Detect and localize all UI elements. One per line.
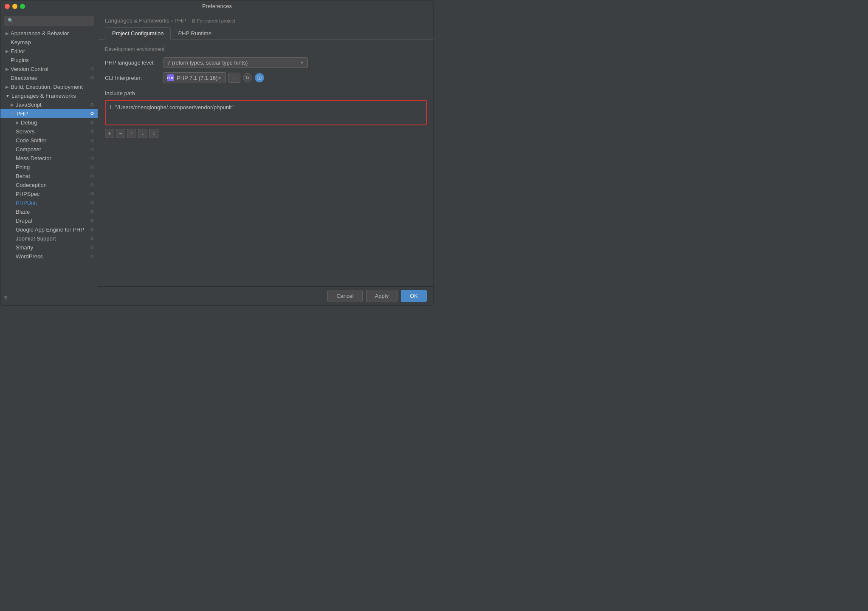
include-path-item: 1. "/Users/chenqionghe/.composer/vendor/… — [109, 104, 423, 110]
dev-environment-label: Development environment — [105, 46, 427, 52]
sidebar-item-label: Debug — [21, 119, 37, 126]
arrow-icon: ▶ — [6, 85, 9, 89]
sidebar-item-plugins[interactable]: Plugins — [0, 56, 98, 65]
help-button[interactable]: ? — [4, 295, 94, 302]
move-up-button[interactable]: ↑ — [127, 129, 136, 138]
sidebar-item-phing[interactable]: Phing ⚙ — [0, 163, 98, 172]
settings-icon: ⚙ — [90, 218, 94, 223]
sidebar-item-drupal[interactable]: Drupal ⚙ — [0, 216, 98, 225]
sidebar-item-javascript[interactable]: ▶ JavaScript ⚙ — [0, 100, 98, 109]
breadcrumb: Languages & Frameworks › PHP 🖥 For curre… — [98, 12, 434, 24]
ok-button[interactable]: OK — [401, 290, 427, 302]
sidebar-item-label: Behat — [16, 173, 30, 179]
sidebar-item-appearance-behavior[interactable]: ▶ Appearance & Behavior — [0, 29, 98, 38]
arrow-icon: ▶ — [6, 31, 9, 36]
maximize-button[interactable] — [20, 4, 25, 9]
settings-icon: ⚙ — [90, 182, 94, 188]
sidebar-item-code-sniffer[interactable]: Code Sniffer ⚙ — [0, 136, 98, 145]
footer: Cancel Apply OK — [98, 286, 434, 305]
project-icon: 🖥 — [191, 18, 196, 23]
settings-icon: ⚙ — [90, 102, 94, 107]
arrow-icon: ▼ — [11, 111, 15, 116]
sidebar-item-label: Codeception — [16, 182, 47, 188]
apply-button[interactable]: Apply — [366, 290, 398, 302]
sidebar-item-composer[interactable]: Composer ⚙ — [0, 145, 98, 154]
settings-icon: ⚙ — [90, 191, 94, 197]
settings-icon: ⚙ — [90, 173, 94, 179]
settings-icon: ⚙ — [90, 254, 94, 259]
include-path-box: 1. "/Users/chenqionghe/.composer/vendor/… — [105, 100, 427, 125]
sort-button[interactable]: ↕ — [149, 129, 158, 138]
sidebar-item-label: Directories — [11, 75, 37, 81]
sidebar-item-label: Keymap — [11, 39, 31, 45]
window-title: Preferences — [202, 3, 232, 9]
sidebar-item-label: Plugins — [11, 57, 29, 63]
search-box[interactable]: 🔍 — [4, 16, 94, 25]
sidebar-item-google-app-engine[interactable]: Google App Engine for PHP ⚙ — [0, 225, 98, 234]
sidebar-item-label: Smarty — [16, 244, 33, 251]
settings-icon: ⚙ — [90, 236, 94, 241]
sidebar-item-editor[interactable]: ▶ Editor — [0, 47, 98, 56]
settings-icon: ⚙ — [90, 164, 94, 170]
sidebar-item-phpunit[interactable]: PHPUnit ⚙ — [0, 198, 98, 207]
remove-path-button[interactable]: − — [116, 129, 125, 138]
sidebar-item-version-control[interactable]: ▶ Version Control ⚙ — [0, 65, 98, 74]
sidebar-item-mess-detector[interactable]: Mess Detector ⚙ — [0, 154, 98, 163]
sidebar-item-behat[interactable]: Behat ⚙ — [0, 172, 98, 181]
sidebar-item-label: Code Sniffer — [16, 137, 46, 144]
move-down-button[interactable]: ↓ — [138, 129, 147, 138]
cli-interpreter-select[interactable]: PHP PHP 7.1 (7.1.16) ▼ — [163, 72, 226, 83]
main-panel: Languages & Frameworks › PHP 🖥 For curre… — [98, 12, 434, 305]
for-current-project: 🖥 For current project — [191, 18, 235, 23]
include-path-toolbar: + − ↑ ↓ ↕ — [105, 129, 427, 138]
arrow-icon: ▶ — [11, 102, 14, 107]
cli-info-button[interactable]: ⓘ — [255, 73, 264, 82]
sidebar-item-debug[interactable]: ▶ Debug ⚙ — [0, 118, 98, 127]
sidebar-item-label: Editor — [11, 48, 25, 54]
preferences-window: Preferences 🔍 ▶ Appearance & Behavior Ke… — [0, 0, 434, 306]
sidebar-item-languages-frameworks[interactable]: ▼ Languages & Frameworks — [0, 91, 98, 100]
sidebar-item-label: Servers — [16, 128, 35, 135]
minimize-button[interactable] — [12, 4, 17, 9]
php-language-level-label: PHP language level: — [105, 59, 160, 66]
traffic-lights — [5, 4, 25, 9]
sidebar-item-label: Version Control — [11, 66, 48, 72]
sidebar-item-php[interactable]: ▼ PHP ⚙ — [0, 109, 98, 118]
breadcrumb-separator: › — [171, 17, 173, 24]
php-language-level-select[interactable]: 7 (return types, scalar type hints) ▼ — [163, 57, 308, 68]
sidebar-item-blade[interactable]: Blade ⚙ — [0, 207, 98, 216]
sidebar-item-keymap[interactable]: Keymap — [0, 38, 98, 47]
arrow-icon: ▶ — [16, 120, 19, 125]
sidebar-item-label: Appearance & Behavior — [11, 30, 69, 37]
cli-refresh-button[interactable]: ↻ — [243, 73, 252, 82]
sidebar-item-label: Google App Engine for PHP — [16, 226, 84, 233]
panel-content: Development environment PHP language lev… — [98, 40, 434, 286]
sidebar-item-wordpress[interactable]: WordPress ⚙ — [0, 252, 98, 261]
cli-more-button[interactable]: ··· — [228, 73, 240, 83]
sidebar-item-directories[interactable]: Directories ⚙ — [0, 74, 98, 82]
close-button[interactable] — [5, 4, 10, 9]
sidebar-item-servers[interactable]: Servers ⚙ — [0, 127, 98, 136]
cli-interpreter-row: CLI Interpreter: PHP PHP 7.1 (7.1.16) ▼ … — [105, 72, 427, 83]
arrow-icon: ▶ — [6, 67, 9, 71]
arrow-icon: ▶ — [6, 49, 9, 54]
sidebar-item-joomla-support[interactable]: Joomla! Support ⚙ — [0, 234, 98, 243]
cancel-button[interactable]: Cancel — [327, 290, 362, 302]
cli-select-container: PHP PHP 7.1 (7.1.16) ▼ ··· ↻ ⓘ — [163, 72, 264, 83]
sidebar-item-build-execution[interactable]: ▶ Build, Execution, Deployment — [0, 82, 98, 91]
tabs: Project Configuration PHP Runtime — [98, 24, 434, 40]
include-path-label: Include path — [105, 90, 427, 96]
settings-icon: ⚙ — [90, 227, 94, 232]
tab-project-configuration[interactable]: Project Configuration — [105, 27, 171, 40]
sidebar-item-phpspec[interactable]: PHPSpec ⚙ — [0, 190, 98, 198]
search-icon: 🔍 — [8, 18, 14, 23]
sidebar-item-label: PHPSpec — [16, 191, 39, 197]
arrow-icon: ▼ — [6, 93, 10, 98]
sidebar-item-smarty[interactable]: Smarty ⚙ — [0, 243, 98, 252]
dropdown-icon: ▼ — [300, 60, 304, 65]
add-path-button[interactable]: + — [105, 129, 114, 138]
tab-php-runtime[interactable]: PHP Runtime — [171, 27, 219, 39]
cli-interpreter-value: PHP 7.1 (7.1.16) — [177, 75, 218, 81]
settings-icon: ⚙ — [90, 138, 94, 143]
sidebar-item-codeception[interactable]: Codeception ⚙ — [0, 181, 98, 190]
